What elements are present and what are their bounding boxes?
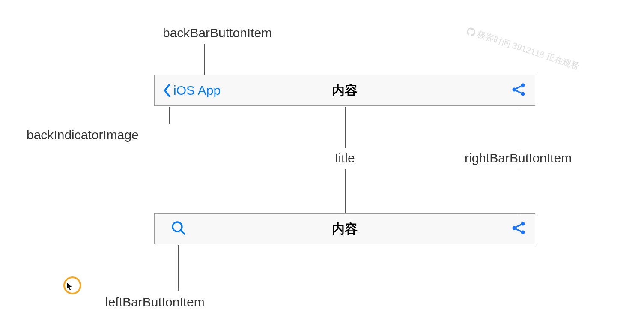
label-title: title [335,151,355,165]
connector-line [178,245,179,291]
github-icon [466,27,477,37]
label-right-bar-button-item: rightBarButtonItem [465,151,572,165]
navigation-bar-2: 内容 [154,213,535,244]
svg-line-3 [516,86,522,89]
svg-line-10 [516,225,522,227]
watermark: 极客时间 3912118 正在观看 [465,25,581,72]
svg-point-5 [173,222,182,231]
svg-point-7 [521,222,525,226]
label-back-indicator-image: backIndicatorImage [27,128,139,142]
svg-line-6 [181,231,185,234]
navigation-bar-1: iOS App 内容 [154,75,535,106]
back-bar-button-area[interactable]: iOS App [163,83,221,98]
chevron-left-icon [163,84,171,97]
share-icon [511,82,526,97]
right-bar-button-2[interactable] [511,220,526,237]
connector-line [169,107,170,124]
label-left-bar-button-item: leftBarButtonItem [105,295,205,309]
svg-line-11 [516,229,522,231]
back-button-text: iOS App [173,83,221,98]
left-bar-button-2[interactable] [163,220,186,237]
watermark-text: 极客时间 3912118 正在观看 [476,28,581,72]
connector-line [204,44,205,75]
connector-line [345,169,346,213]
cursor-icon [66,282,74,291]
label-back-bar-button-item: backBarButtonItem [163,26,272,40]
svg-point-2 [521,92,525,96]
share-icon [511,220,526,236]
connector-line [345,107,346,148]
search-icon [171,220,186,236]
svg-point-9 [521,231,525,234]
navbar-2-title: 内容 [155,220,535,238]
connector-line [519,107,519,148]
svg-line-4 [516,90,522,93]
svg-point-0 [521,84,525,87]
connector-line [519,169,519,213]
right-bar-button-1[interactable] [511,82,526,99]
